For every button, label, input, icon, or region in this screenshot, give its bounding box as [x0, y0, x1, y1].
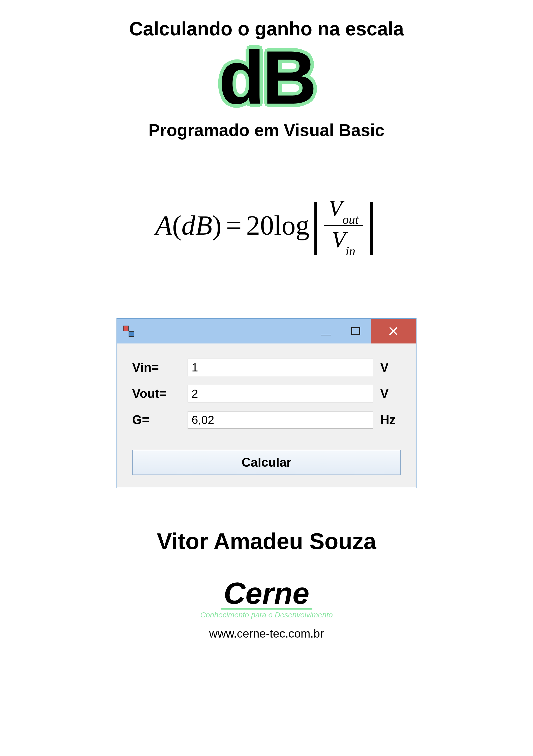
formula-func: log — [274, 209, 310, 241]
formula-num-sub: out — [342, 212, 358, 227]
minimize-button[interactable]: _ — [311, 319, 341, 343]
vout-unit: V — [373, 386, 401, 401]
formula-num-var: V — [328, 196, 342, 221]
formula-lhs-var: A — [155, 209, 172, 241]
db-logo: dB — [219, 40, 314, 115]
maximize-button[interactable] — [341, 319, 371, 343]
formula-lhs-unit: dB — [182, 209, 212, 241]
calculate-button[interactable]: Calcular — [132, 450, 401, 475]
vout-label: Vout= — [132, 386, 187, 401]
window-titlebar[interactable]: _ — [117, 319, 416, 343]
company-logo: Cerne Conhecimento para o Desenvolviment… — [200, 580, 333, 619]
g-unit: Hz — [373, 413, 401, 427]
app-window: _ Vin= V Vout= V G= Hz — [117, 318, 416, 488]
app-icon — [123, 326, 134, 337]
input-row-vout: Vout= V — [132, 385, 401, 402]
vout-input[interactable] — [187, 385, 373, 402]
vin-input[interactable] — [187, 359, 373, 376]
g-input[interactable] — [187, 411, 373, 429]
input-row-g: G= Hz — [132, 411, 401, 429]
gain-formula: A(dB) = 20log | Vout Vin | — [155, 195, 378, 255]
g-label: G= — [132, 413, 187, 427]
author-name: Vitor Amadeu Souza — [157, 528, 376, 554]
input-row-vin: Vin= V — [132, 359, 401, 376]
vin-label: Vin= — [132, 360, 187, 375]
close-icon — [388, 326, 399, 337]
company-name: Cerne — [221, 580, 312, 609]
page-subtitle: Programado em Visual Basic — [149, 120, 384, 140]
formula-den-var: V — [332, 227, 346, 252]
vin-unit: V — [373, 360, 401, 375]
formula-coeff: 20 — [246, 209, 274, 241]
formula-den-sub: in — [346, 244, 355, 258]
company-tagline: Conhecimento para o Desenvolvimento — [200, 610, 333, 619]
close-button[interactable] — [371, 319, 416, 343]
company-url: www.cerne-tec.com.br — [209, 627, 324, 640]
